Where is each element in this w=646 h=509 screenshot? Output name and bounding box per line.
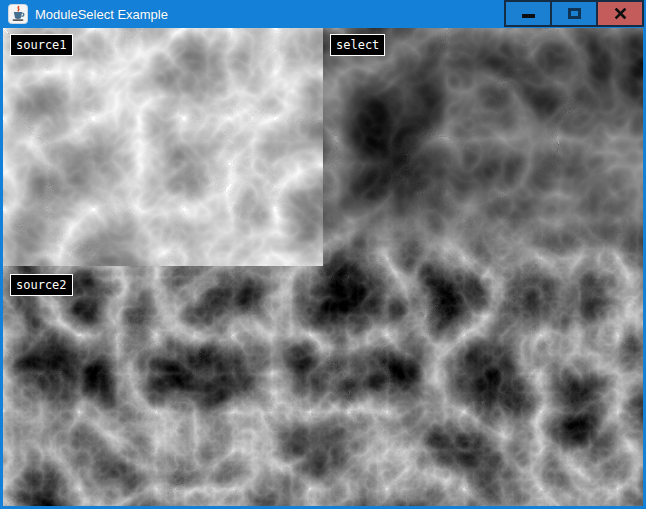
noise-render-canvas: source1 select source2 (3, 28, 643, 506)
select-label: select (330, 34, 385, 56)
minimize-icon (522, 14, 535, 18)
application-window: ModuleSelect Example (0, 0, 646, 509)
source1-label: source1 (10, 34, 73, 56)
maximize-button[interactable] (550, 0, 598, 27)
noise-composite-image (3, 28, 643, 506)
minimize-button[interactable] (504, 0, 552, 27)
titlebar[interactable]: ModuleSelect Example (0, 0, 646, 28)
close-icon (614, 7, 627, 20)
window-controls (504, 0, 644, 27)
source1-noise-image (3, 28, 323, 266)
maximize-icon (568, 8, 581, 19)
source2-noise-image (3, 266, 323, 506)
window-title: ModuleSelect Example (35, 7, 168, 22)
source2-label: source2 (10, 274, 73, 296)
close-button[interactable] (596, 0, 644, 27)
java-coffee-cup-icon (8, 4, 28, 24)
